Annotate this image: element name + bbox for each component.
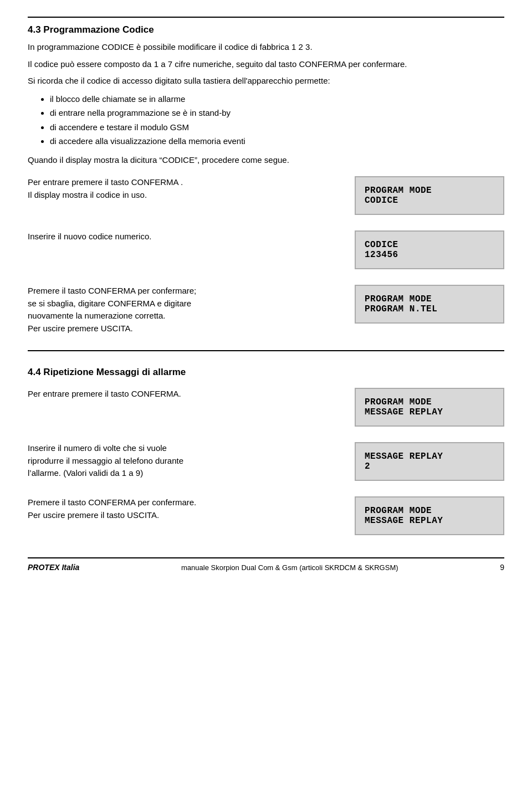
section-44-step1-display: PROGRAM MODE MESSAGE REPLAY [355,388,504,427]
step2-left-line1: Inserire il numero di volte che si vuole [28,442,338,455]
footer-page: 9 [500,563,504,572]
display-line2: 123456 [365,250,398,260]
section-44-title: 4.4 Ripetizione Messaggi di allarme [28,367,504,378]
section-44-step1: Per entrare premere il tasto CONFERMA. P… [28,388,504,427]
step3-left-line3: nuovamente la numerazione corretta. [28,310,338,322]
display-line2: 2 [365,461,370,471]
display-line1: PROGRAM MODE [365,186,432,196]
display-line1: MESSAGE REPLAY [365,452,443,461]
section-43-para1: In programmazione CODICE è possibile mod… [28,41,504,54]
display-line1: PROGRAM MODE [365,397,432,407]
section-43-step3: Premere il tasto CONFERMA per confermare… [28,285,504,335]
section-43-step1-display: PROGRAM MODE CODICE [355,176,504,215]
section-43-step2: Inserire il nuovo codice numerico. CODIC… [28,230,504,269]
step3-left-line2: Per uscire premere il tasto USCITA. [28,509,338,522]
display-line2: MESSAGE REPLAY [365,407,443,417]
section-43-step2-display: CODICE 123456 [355,230,504,269]
footer-center: manuale Skorpion Dual Com & Gsm (articol… [181,563,398,572]
display-line1: PROGRAM MODE [365,506,432,516]
display-line2: MESSAGE REPLAY [365,516,443,526]
footer-brand: PROTEX Italia [28,563,79,572]
section-44-step3-display: PROGRAM MODE MESSAGE REPLAY [355,496,504,535]
section-44-step2-left: Inserire il numero di volte che si vuole… [28,442,338,480]
step3-left-line1: Premere il tasto CONFERMA per confermare… [28,285,338,298]
section-43-para2: Il codice può essere composto da 1 a 7 c… [28,58,504,71]
section-43: 4.3 Programmazione Codice In programmazi… [28,17,504,335]
section-44-step2: Inserire il numero di volte che si vuole… [28,442,504,481]
section-44-step3-left: Premere il tasto CONFERMA per confermare… [28,496,338,521]
section-44: 4.4 Ripetizione Messaggi di allarme Per … [28,350,504,535]
bullet-3: di accendere e testare il modulo GSM [50,120,504,135]
display-line2: PROGRAM N.TEL [365,304,437,314]
step1-left-line2: Il display mostra il codice in uso. [28,189,338,202]
display-line1: CODICE [365,240,398,250]
section-43-step2-left: Inserire il nuovo codice numerico. [28,230,338,243]
section-44-step2-display: MESSAGE REPLAY 2 [355,442,504,481]
section-43-step3-display: PROGRAM MODE PROGRAM N.TEL [355,285,504,324]
display-line1: PROGRAM MODE [365,294,432,304]
step2-left-text: Inserire il nuovo codice numerico. [28,230,338,243]
bullet-4: di accedere alla visualizzazione della m… [50,134,504,148]
display-line2: CODICE [365,196,398,206]
section-43-para3-intro: Si ricorda che il codice di accesso digi… [28,75,504,88]
section-43-step3-left: Premere il tasto CONFERMA per confermare… [28,285,338,335]
step3-left-line4: Per uscire premere USCITA. [28,322,338,335]
step2-left-line3: l’allarme. (Valori validi da 1 a 9) [28,467,338,480]
section-44-step3: Premere il tasto CONFERMA per confermare… [28,496,504,535]
step3-left-line1: Premere il tasto CONFERMA per confermare… [28,496,338,509]
footer: PROTEX Italia manuale Skorpion Dual Com … [28,557,504,572]
section-43-bullets: il blocco delle chiamate se in allarme d… [50,92,504,148]
top-divider [28,17,504,18]
step2-left-line2: riprodurre il messaggio al telefono dura… [28,455,338,468]
step3-left-line2: se si sbaglia, digitare CONFERMA e digit… [28,298,338,310]
bullet-2: di entrare nella programmazione se è in … [50,106,504,120]
step1-left-text: Per entrare premere il tasto CONFERMA. [28,388,338,401]
step1-left-line1: Per entrare premere il tasto CONFERMA . [28,176,338,189]
section-43-step1-left: Per entrare premere il tasto CONFERMA . … [28,176,338,201]
section-43-step1: Per entrare premere il tasto CONFERMA . … [28,176,504,215]
section-43-title: 4.3 Programmazione Codice [28,24,504,35]
bullet-1: il blocco delle chiamate se in allarme [50,92,504,106]
section-43-para4: Quando il display mostra la dicitura “CO… [28,154,504,167]
section-44-step1-left: Per entrare premere il tasto CONFERMA. [28,388,338,401]
section-44-divider [28,350,504,351]
